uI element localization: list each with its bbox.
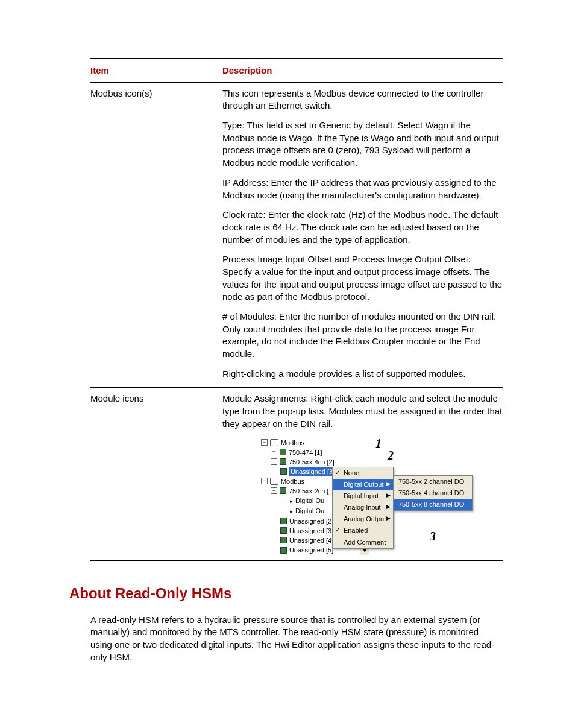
chevron-right-icon: ▶ <box>386 503 391 510</box>
module-icon <box>280 487 286 494</box>
desc-para: Right-clicking a module provides a list … <box>222 368 503 381</box>
tree-label: Unassigned [5] <box>289 545 333 555</box>
menu-item-digital-output[interactable]: Digital Output▶ <box>333 479 393 490</box>
desc-para: Process Image Input Offset and Process I… <box>222 253 503 303</box>
module-icon <box>280 537 287 543</box>
submenu-item[interactable]: 750-5xx 2 channel DO <box>394 476 472 487</box>
menu-label: 750-5xx 8 channel DO <box>398 501 464 508</box>
menu-label: None <box>344 469 359 476</box>
menu-label: Analog Output <box>344 515 386 522</box>
desc-para: Clock rate: Enter the clock rate (Hz) of… <box>222 209 503 246</box>
tree-label: 750-5xx-4ch [2] <box>289 457 335 467</box>
chevron-right-icon: ▶ <box>386 492 391 499</box>
desc-para: # of Modules: Enter the number of module… <box>222 311 503 361</box>
collapse-icon[interactable]: − <box>271 487 277 494</box>
table-row: Module icons Module Assignments: Right-c… <box>90 388 503 560</box>
menu-item-add-comment[interactable]: Add Comment <box>333 537 393 548</box>
signal-icon <box>290 506 293 516</box>
tree-label: Unassigned [3] <box>289 467 336 476</box>
section-heading: About Read-Only HSMs <box>69 585 503 602</box>
collapse-icon[interactable]: − <box>261 439 268 446</box>
item-cell: Module icons <box>90 388 222 560</box>
callout-1: 1 <box>375 435 382 452</box>
module-icon <box>280 547 287 554</box>
tree-label: Modbus <box>281 476 304 486</box>
menu-item-analog-output[interactable]: Analog Output▶ <box>333 513 393 525</box>
module-icon <box>280 518 287 524</box>
menu-item-analog-input[interactable]: Analog Input▶ <box>333 502 393 513</box>
module-icon <box>280 458 286 465</box>
module-icon <box>280 468 287 475</box>
callout-2: 2 <box>388 448 394 464</box>
check-icon: ✓ <box>335 469 340 477</box>
desc-para: Type: This field is set to Generic by de… <box>222 119 503 169</box>
context-submenu[interactable]: 750-5xx 2 channel DO 750-5xx 4 channel D… <box>393 475 473 511</box>
module-icon <box>280 449 286 455</box>
tree-label: Unassigned [4 <box>289 536 331 545</box>
desc-para: IP Address: Enter the IP address that wa… <box>222 177 503 201</box>
expand-icon[interactable]: + <box>271 458 277 465</box>
tree-label: Digital Ou <box>295 496 324 505</box>
tree-node[interactable]: + 750-5xx-4ch [2] <box>261 457 466 467</box>
module-tree-screenshot: 1 2 3 − Modbus + 750-474 [1] + <box>261 438 466 555</box>
menu-label: Digital Input <box>344 492 379 499</box>
device-icon <box>270 478 278 485</box>
tree-node[interactable]: + 750-474 [1] <box>261 448 466 457</box>
context-menu[interactable]: ✓None Digital Output▶ Digital Input▶ Ana… <box>332 467 394 549</box>
check-icon: ✓ <box>335 526 340 534</box>
tree-label: Modbus <box>281 438 304 448</box>
module-icon <box>280 527 287 534</box>
desc-para: Module Assignments: Right-click each mod… <box>222 393 503 430</box>
collapse-icon[interactable]: − <box>261 478 268 484</box>
menu-label: 750-5xx 2 channel DO <box>398 478 464 485</box>
menu-label: 750-5xx 4 channel DO <box>398 489 464 496</box>
callout-3: 3 <box>430 528 436 545</box>
tree-label: 750-5xx-2ch [ <box>289 486 329 496</box>
tree-label: Unassigned [3 <box>289 526 331 536</box>
tree-label: Unassigned [2 <box>289 516 331 526</box>
header-item: Item <box>90 59 222 83</box>
item-cell: Modbus icon(s) <box>90 82 222 388</box>
tree-node-modbus[interactable]: − Modbus <box>261 438 466 448</box>
chevron-right-icon: ▶ <box>386 480 391 487</box>
menu-item-digital-input[interactable]: Digital Input▶ <box>333 490 393 502</box>
menu-label: Add Comment <box>344 539 386 546</box>
signal-icon <box>290 496 293 506</box>
desc-para: This icon represents a Modbus device con… <box>222 87 503 112</box>
submenu-item[interactable]: 750-5xx 4 channel DO <box>394 487 472 499</box>
menu-item-enabled[interactable]: ✓Enabled <box>333 525 393 536</box>
header-description: Description <box>222 59 503 83</box>
submenu-item[interactable]: 750-5xx 8 channel DO <box>394 499 472 510</box>
menu-item-none[interactable]: ✓None <box>333 467 393 479</box>
menu-label: Enabled <box>344 527 368 534</box>
menu-label: Analog Input <box>344 504 381 511</box>
device-icon <box>270 439 278 446</box>
definition-table: Item Description Modbus icon(s) This ico… <box>90 58 503 561</box>
description-cell: Module Assignments: Right-click each mod… <box>222 388 503 560</box>
description-cell: This icon represents a Modbus device con… <box>222 82 503 388</box>
menu-label: Digital Output <box>344 481 384 488</box>
expand-icon[interactable]: + <box>271 449 277 455</box>
tree-label: Digital Ou <box>295 506 324 516</box>
chevron-right-icon: ▶ <box>386 514 391 522</box>
table-row: Modbus icon(s) This icon represents a Mo… <box>90 82 503 388</box>
tree-label: 750-474 [1] <box>289 448 322 457</box>
section-paragraph: A read-only HSM refers to a hydraulic pr… <box>90 614 503 664</box>
